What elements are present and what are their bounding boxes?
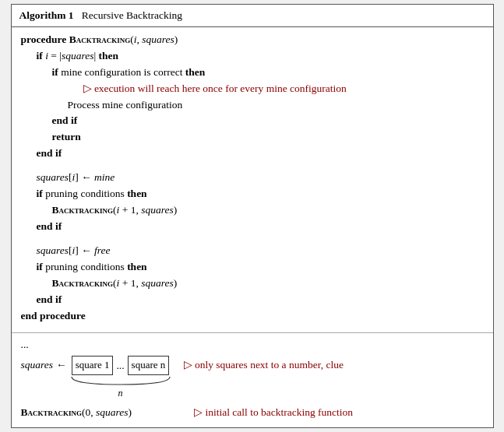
line-procedure: procedure Backtracking(i, squares) <box>21 32 484 48</box>
kw-then1: then <box>99 48 119 65</box>
box-mid-dots: ... <box>116 358 124 374</box>
underbrace-group: square 1 ... square n n <box>70 356 171 400</box>
algo-header: Algorithm 1 Recursive Backtracking <box>12 5 493 27</box>
footer-sc-back: Backtracking <box>21 405 83 421</box>
kw-endif-prune1: end if <box>37 219 62 235</box>
val-mine: mine <box>94 170 115 186</box>
var-i5: i <box>117 276 120 292</box>
footer-squares-line: squares ← square 1 ... square n n ▷ only… <box>21 356 484 400</box>
var-squares2: squares <box>37 170 69 186</box>
sc-back1: Backtracking <box>52 202 114 219</box>
algorithm-box: Algorithm 1 Recursive Backtracking proce… <box>11 4 494 428</box>
kw-if2: if <box>52 65 58 81</box>
text-process: Process mine configuration <box>68 97 183 114</box>
line-assign-mine: squares[i] ← mine <box>21 170 484 186</box>
line-if-prune2: if pruning conditions then <box>21 259 484 276</box>
line-endif-prune2: end if <box>21 292 484 308</box>
line-return: return <box>21 129 484 146</box>
text-pruning2: pruning conditions <box>45 259 125 276</box>
var-sq3: squares <box>141 202 174 219</box>
kw-endif-prune2: end if <box>37 292 62 308</box>
blank1 <box>21 162 484 170</box>
kw-procedure: procedure <box>21 32 67 48</box>
proc-params: (i, squares) <box>130 32 178 48</box>
kw-then-prune2: then <box>127 259 147 276</box>
text-pruning1: pruning conditions <box>45 186 125 202</box>
algo-footer: ... squares ← square 1 ... square n n ▷ … <box>12 332 493 428</box>
sc-back2: Backtracking <box>52 276 114 292</box>
var-sq5: squares <box>141 276 174 292</box>
line-endif2: end if <box>21 113 484 129</box>
comment-reach: ▷ execution will reach here once for eve… <box>83 81 347 97</box>
footer-arrow: ← <box>56 357 67 374</box>
kw-endif1: end if <box>37 146 62 162</box>
algo-body: procedure Backtracking(i, squares) if i … <box>12 27 493 331</box>
blank2 <box>21 235 484 243</box>
kw-then-prune1: then <box>127 186 147 202</box>
kw-return: return <box>52 129 81 146</box>
var-i: i <box>45 48 48 65</box>
underbrace-n-label: n <box>118 386 123 401</box>
underbrace-boxes: square 1 ... square n <box>71 356 171 374</box>
line-comment1: ▷ execution will reach here once for eve… <box>21 81 484 97</box>
algo-number: Algorithm 1 <box>19 9 74 21</box>
footer-comment-squares: ▷ only squares next to a number, clue <box>184 357 344 374</box>
footer-dots-line: ... <box>21 337 484 353</box>
var-i4: i <box>72 243 76 259</box>
var-i2: i <box>72 170 76 186</box>
var-squares4: squares <box>37 243 69 259</box>
footer-backtracking-line: Backtracking(0, squares) ▷ initial call … <box>21 405 484 421</box>
line-if1: if i = |squares| then <box>21 48 484 65</box>
line-if2: if mine configuration is correct then <box>21 65 484 81</box>
var-i3: i <box>117 202 120 219</box>
sc-backtracking: Backtracking <box>69 32 131 48</box>
footer-dots: ... <box>21 337 29 353</box>
box-square1: square 1 <box>72 356 114 374</box>
line-end-procedure: end procedure <box>21 308 484 325</box>
algo-title: Recursive Backtracking <box>82 9 182 21</box>
line-if-prune1: if pruning conditions then <box>21 186 484 202</box>
kw-if-prune2: if <box>37 259 43 276</box>
line-process: Process mine configuration <box>21 97 484 114</box>
val-free: free <box>94 243 111 259</box>
footer-comment-back: ▷ initial call to backtracking function <box>194 405 353 421</box>
kw-if1: if <box>37 48 43 65</box>
var-squares1: squares <box>62 48 94 65</box>
line-back2: Backtracking(i + 1, squares) <box>21 276 484 292</box>
line-assign-free: squares[i] ← free <box>21 243 484 259</box>
kw-if-prune1: if <box>37 186 43 202</box>
footer-sq: squares <box>96 405 129 421</box>
kw-then2: then <box>185 65 206 81</box>
box-squaren: square n <box>128 356 170 374</box>
line-endif-prune1: end if <box>21 219 484 235</box>
text-mine-config: mine configuration is correct <box>61 65 182 81</box>
line-endif1: end if <box>21 146 484 162</box>
line-back1: Backtracking(i + 1, squares) <box>21 202 484 219</box>
kw-end-procedure: end procedure <box>21 308 86 325</box>
kw-endif2: end if <box>52 113 78 129</box>
footer-squares-label: squares <box>21 357 54 374</box>
